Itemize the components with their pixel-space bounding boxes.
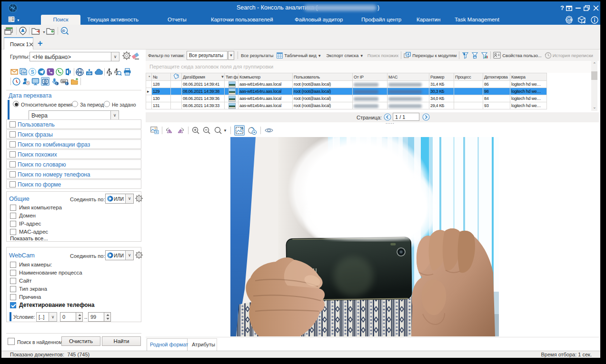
svg-text:HTTP: HTTP xyxy=(78,70,83,73)
svg-text:FTP: FTP xyxy=(87,72,91,75)
svg-text:i: i xyxy=(56,82,57,85)
svg-text:IM: IM xyxy=(22,71,26,74)
svg-text:S: S xyxy=(31,69,34,75)
svg-text:ID: ID xyxy=(62,29,66,32)
svg-text:API: API xyxy=(567,19,572,21)
svg-text:i: i xyxy=(66,82,67,85)
